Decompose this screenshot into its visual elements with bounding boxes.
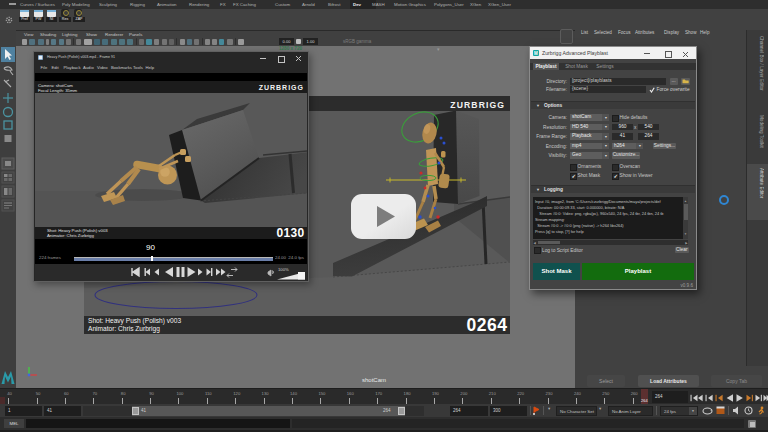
svg-text:100%: 100%	[278, 267, 289, 272]
